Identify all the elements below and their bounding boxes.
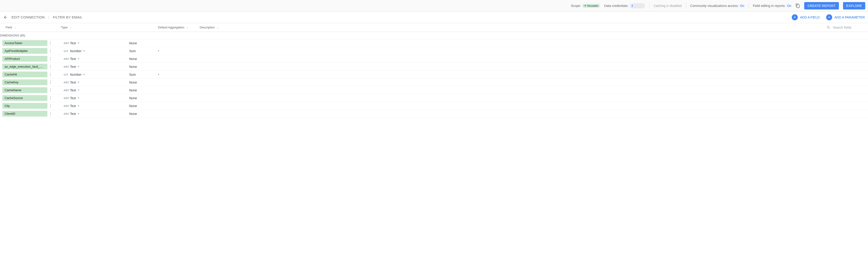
aggregation-label: Sum [129,49,136,53]
type-label: Text [70,112,76,116]
field-chip[interactable]: CacheName [2,87,48,93]
col-header-type[interactable]: Type ↓ [61,26,142,29]
chevron-down-icon: ▼ [78,81,80,83]
row-menu-icon[interactable]: ⋮ [48,80,53,84]
chevron-down-icon: ▼ [78,105,80,107]
plus-icon: + [792,14,798,20]
type-label: Text [70,89,76,92]
back-arrow-icon[interactable] [3,15,8,20]
row-menu-icon[interactable]: ⋮ [48,88,53,92]
type-label: Text [70,65,76,69]
type-label: Text [70,41,76,45]
row-menu-icon[interactable]: ⋮ [48,64,53,69]
table-row: ClientID⋮ABCText▼None [0,110,868,118]
aggregation-cell: None [129,89,163,92]
aggregation-cell[interactable]: Sum▼ [129,49,163,53]
aggregation-label: None [129,80,137,84]
chevron-down-icon: ▼ [78,97,80,99]
add-field-button[interactable]: + ADD A FIELD [792,14,820,20]
field-chip[interactable]: CacheKey [2,79,48,85]
text-type-icon: ABC [64,81,70,84]
col-header-description-label: Description [200,26,215,29]
type-dropdown[interactable]: Number▼ [70,49,129,53]
aggregation-cell: None [129,65,163,69]
table-row: AccessToken⋮ABCText▼None [0,39,868,47]
aggregation-label: None [129,65,137,69]
text-type-icon: ABC [64,58,70,60]
chevron-down-icon: ▼ [78,42,80,44]
aggregation-label: None [129,57,137,61]
field-chip[interactable]: AccessToken [2,40,48,46]
community-viz-label: Community visualizations access: [690,4,739,8]
resize-handle-icon[interactable]: ⋰ [58,28,60,30]
search-icon [827,25,831,30]
number-type-icon: 123 [64,73,70,76]
aggregation-label: None [129,41,137,45]
row-menu-icon[interactable]: ⋮ [48,104,53,108]
field-chip[interactable]: ClientID [2,111,48,116]
field-editing-config: Field editing in reports: On [753,4,791,8]
type-dropdown[interactable]: Text▼ [70,89,129,92]
dimensions-group-header: DIMENSIONS (85) [0,32,868,39]
type-dropdown[interactable]: Text▼ [70,65,129,69]
col-header-aggregation[interactable]: Default Aggregation ↓ [142,26,188,29]
caching-label: Caching is disabled [654,4,682,8]
create-report-button[interactable]: CREATE REPORT [804,2,839,9]
svg-point-0 [632,5,633,6]
col-header-field[interactable]: Field ↓ ⋰ [5,26,61,29]
table-row: City⋮ABCText▼None [0,102,868,110]
chevron-down-icon: ▼ [78,65,80,68]
type-dropdown[interactable]: Text▼ [70,104,129,108]
add-parameter-label: ADD A PARAMETER [835,15,865,19]
scope-config: Scope: Reusable [571,4,600,8]
aggregation-cell: None [129,41,163,45]
text-type-icon: ABC [64,89,70,92]
aggregation-cell[interactable]: Sum▼ [129,73,163,76]
data-credentials-config: Data credentials: [604,3,645,8]
type-dropdown[interactable]: Text▼ [70,41,129,45]
aggregation-cell: None [129,57,163,61]
field-editing-label: Field editing in reports: [753,4,786,8]
type-dropdown[interactable]: Number▼ [70,73,129,76]
credentials-toggle[interactable] [630,3,645,8]
row-menu-icon[interactable]: ⋮ [48,57,53,61]
type-dropdown[interactable]: Text▼ [70,80,129,84]
edit-connection-link[interactable]: EDIT CONNECTION [11,15,44,19]
explore-button[interactable]: EXPLORE [843,2,865,9]
rows-container: AccessToken⋮ABCText▼NoneApiPriceMultipli… [0,39,868,118]
type-dropdown[interactable]: Text▼ [70,57,129,61]
field-chip[interactable]: CacheSource [2,95,48,101]
type-dropdown[interactable]: Text▼ [70,112,129,116]
field-editing-value[interactable]: On [787,4,791,8]
filter-by-email-link[interactable]: FILTER BY EMAIL [53,15,83,19]
row-menu-icon[interactable]: ⋮ [48,41,53,45]
chevron-down-icon: ▼ [156,73,161,76]
nav-right: + ADD A FIELD + ADD A PARAMETER [792,14,865,20]
row-menu-icon[interactable]: ⋮ [48,72,53,77]
table-row: CacheKey⋮ABCText▼None [0,78,868,86]
search-input[interactable] [833,26,865,29]
table-row: CacheHit⋮123Number▼Sum▼ [0,71,868,78]
community-viz-value[interactable]: On [740,4,744,8]
col-header-description[interactable]: Description ↓ [188,26,234,29]
chevron-down-icon: ▼ [78,112,80,115]
row-menu-icon[interactable]: ⋮ [48,49,53,53]
add-parameter-button[interactable]: + ADD A PARAMETER [826,14,865,20]
caching-config: Caching is disabled [654,4,682,8]
field-chip[interactable]: APIProduct [2,56,48,62]
aggregation-cell: None [129,80,163,84]
type-label: Number [70,49,82,53]
scope-label: Scope: [571,4,581,8]
data-credentials-label: Data credentials: [604,4,628,8]
row-menu-icon[interactable]: ⋮ [48,96,53,100]
field-chip[interactable]: City [2,103,48,109]
field-chip[interactable]: CacheHit [2,72,48,77]
field-chip[interactable]: ax_edge_execution_fault_… [2,64,48,69]
copy-icon[interactable] [796,3,800,8]
col-header-field-label: Field [5,26,12,29]
scope-chip[interactable]: Reusable [582,4,600,8]
field-chip[interactable]: ApiPriceMultiplier [2,48,48,54]
row-menu-icon[interactable]: ⋮ [48,111,53,116]
type-dropdown[interactable]: Text▼ [70,96,129,100]
chevron-down-icon: ▼ [78,89,80,92]
